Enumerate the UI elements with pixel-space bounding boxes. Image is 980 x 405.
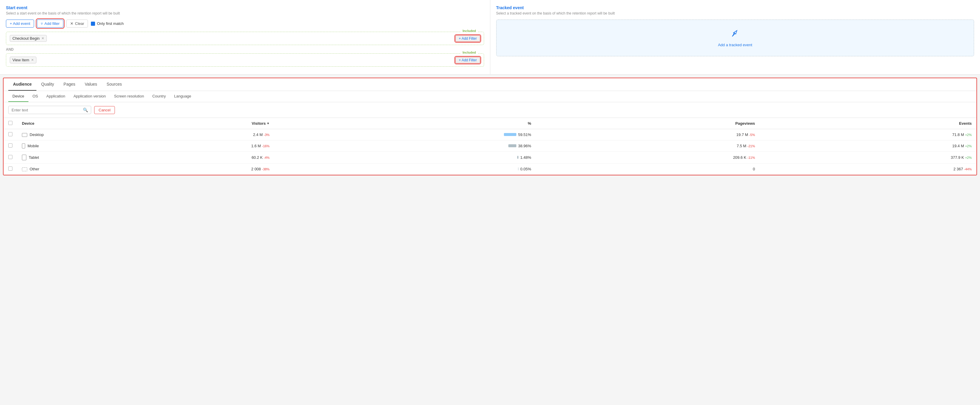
subtab-os[interactable]: OS	[29, 91, 42, 102]
event-group-2: Included View Item ✕ + Add Filter	[6, 53, 484, 67]
pageviews-delta: -5%	[749, 133, 755, 137]
row-checkbox[interactable]	[8, 144, 13, 148]
cell-device: Tablet	[17, 152, 76, 164]
pct-bar	[504, 133, 516, 136]
cell-pageviews: 19.7 M -5%	[536, 129, 760, 140]
checkout-begin-remove[interactable]: ✕	[41, 37, 44, 40]
table-row: Desktop 2.4 M -3% 59.51% 19.7 M -5% 71.8…	[3, 129, 977, 140]
visitors-delta: -38%	[262, 167, 270, 171]
pageviews-value: 7.5 M	[737, 144, 746, 148]
cell-pct: 0.05%	[274, 164, 536, 175]
checkout-begin-tag: Checkout Begin ✕	[10, 35, 47, 42]
device-type-icon	[22, 132, 27, 137]
tracked-event-subtitle: Select a tracked event on the basis of w…	[496, 11, 974, 15]
table-row: Other 2 008 -38% 0.05% 0 2 367 -44%	[3, 164, 977, 175]
add-filter-inline-1[interactable]: + Add Filter	[455, 35, 480, 42]
row-checkbox-cell	[3, 140, 17, 152]
add-tracked-event-box[interactable]: Add a tracked event	[496, 19, 974, 56]
row-checkbox-cell	[3, 152, 17, 164]
cell-events: 19.4 M +2%	[760, 140, 977, 152]
sort-down-icon: ▼	[267, 122, 270, 125]
top-section: Start event Select a start event on the …	[0, 0, 980, 75]
events-value: 71.8 M	[952, 132, 964, 137]
pct-value: 38.96%	[518, 144, 531, 148]
cell-pct: 1.48%	[274, 152, 536, 164]
pct-value: 1.48%	[520, 155, 531, 160]
cell-pageviews: 0	[536, 164, 760, 175]
cell-device: Desktop	[17, 129, 76, 140]
table-row: Mobile 1.6 M -16% 38.96% 7.5 M -21% 19.4…	[3, 140, 977, 152]
events-value: 2 367	[953, 167, 963, 171]
only-first-match-toggle[interactable]: Only first match	[91, 21, 124, 26]
view-item-tag: View Item ✕	[10, 57, 37, 64]
clear-button[interactable]: ✕ Clear	[66, 19, 88, 27]
start-event-panel: Start event Select a start event on the …	[0, 0, 490, 74]
tab-pages[interactable]: Pages	[59, 78, 80, 91]
events-delta: +2%	[965, 144, 972, 148]
select-all-checkbox[interactable]	[8, 121, 13, 125]
cell-events: 377.9 K +2%	[760, 152, 977, 164]
cell-visitors: 1.6 M -16%	[76, 140, 274, 152]
cell-pageviews: 7.5 M -21%	[536, 140, 760, 152]
row-checkbox[interactable]	[8, 155, 13, 159]
search-icon: 🔍	[83, 108, 88, 112]
header-device[interactable]: Device	[17, 118, 76, 129]
visitors-delta: -4%	[264, 156, 270, 159]
pageviews-value: 19.7 M	[737, 132, 748, 137]
row-checkbox[interactable]	[8, 132, 13, 136]
add-event-button[interactable]: + Add event	[6, 19, 34, 27]
tab-values[interactable]: Values	[80, 78, 102, 91]
device-name: Other	[30, 167, 40, 171]
events-value: 19.4 M	[952, 144, 964, 148]
subtab-device[interactable]: Device	[8, 91, 29, 102]
device-name: Tablet	[29, 155, 39, 160]
cell-events: 71.8 M +2%	[760, 129, 977, 140]
add-filter-inline-2[interactable]: + Add Filter	[455, 57, 480, 64]
x-icon: ✕	[70, 21, 73, 26]
visitors-value: 2 008	[251, 167, 261, 171]
sub-tabs: Device OS Application Application versio…	[3, 91, 977, 102]
search-input[interactable]	[11, 108, 83, 112]
row-checkbox[interactable]	[8, 166, 13, 171]
cell-visitors: 60.2 K -4%	[76, 152, 274, 164]
start-event-toolbar: + Add event ▿ Add filter ✕ Clear Only fi…	[6, 19, 484, 27]
add-tracked-event-label: Add a tracked event	[718, 43, 752, 47]
device-name: Mobile	[27, 144, 39, 148]
header-visitors[interactable]: Visitors ▼	[76, 118, 274, 129]
tab-audience[interactable]: Audience	[8, 78, 37, 91]
tracked-event-panel: Tracked event Select a tracked event on …	[490, 0, 980, 74]
visitors-value: 60.2 K	[252, 155, 263, 160]
only-first-checkbox	[91, 22, 95, 26]
subtab-language[interactable]: Language	[170, 91, 196, 102]
visitors-value: 1.6 M	[251, 144, 261, 148]
header-pct: %	[274, 118, 536, 129]
tab-sources[interactable]: Sources	[102, 78, 126, 91]
visitors-delta: -16%	[262, 144, 270, 148]
bottom-section: Audience Quality Pages Values Sources De…	[3, 78, 977, 175]
search-input-wrapper: 🔍	[8, 106, 91, 114]
cancel-button[interactable]: Cancel	[94, 106, 115, 114]
pct-value: 0.05%	[520, 167, 531, 171]
pct-bar	[518, 167, 519, 171]
pct-bar	[508, 144, 516, 147]
tab-quality[interactable]: Quality	[37, 78, 59, 91]
pageviews-delta: -21%	[747, 144, 755, 148]
and-label: AND	[6, 48, 484, 51]
add-filter-button[interactable]: ▿ Add filter	[37, 19, 64, 27]
cell-device: Mobile	[17, 140, 76, 152]
subtab-application[interactable]: Application	[42, 91, 70, 102]
pct-bar	[517, 156, 519, 159]
device-type-icon	[22, 144, 25, 148]
subtab-country[interactable]: Country	[148, 91, 170, 102]
device-name: Desktop	[30, 132, 44, 137]
subtab-app-version[interactable]: Application version	[69, 91, 110, 102]
device-type-icon	[22, 155, 26, 160]
pageviews-value: 209.6 K	[733, 155, 746, 160]
view-item-remove[interactable]: ✕	[31, 58, 34, 62]
header-events: Events	[760, 118, 977, 129]
events-delta: -44%	[964, 167, 972, 171]
filter-icon: ▿	[41, 21, 43, 26]
subtab-screen-resolution[interactable]: Screen resolution	[110, 91, 148, 102]
cell-events: 2 367 -44%	[760, 164, 977, 175]
start-event-subtitle: Select a start event on the basis of whi…	[6, 11, 484, 15]
